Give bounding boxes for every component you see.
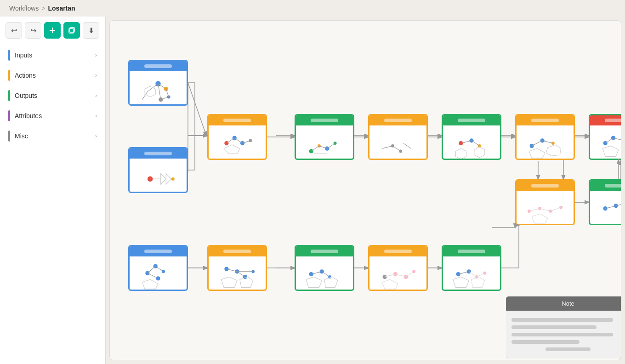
input-node-2[interactable] bbox=[128, 147, 188, 193]
copy-button[interactable] bbox=[63, 22, 80, 39]
green-node-4-body bbox=[296, 256, 353, 291]
inputs-dot bbox=[8, 50, 10, 61]
green-node-2-body bbox=[443, 125, 500, 160]
note-line-2 bbox=[511, 325, 597, 329]
yellow-node-2-body bbox=[369, 125, 426, 160]
actions-label: Actions bbox=[15, 72, 36, 79]
svg-line-57 bbox=[403, 143, 411, 149]
green-mid-body bbox=[590, 191, 621, 225]
toolbar: ↩ ↪ ⬇ bbox=[6, 22, 100, 39]
sidebar-item-misc[interactable]: Misc › bbox=[6, 127, 100, 145]
attributes-label: Attributes bbox=[15, 112, 42, 119]
svg-line-4 bbox=[188, 83, 206, 136]
svg-marker-133 bbox=[306, 277, 322, 287]
svg-marker-150 bbox=[453, 277, 469, 287]
sidebar-item-inputs[interactable]: Inputs › bbox=[6, 46, 100, 64]
yellow-node-5[interactable] bbox=[368, 245, 428, 291]
green-node-2[interactable] bbox=[442, 114, 501, 160]
green-mid-node[interactable] bbox=[589, 179, 621, 225]
outputs-label: Outputs bbox=[15, 92, 37, 99]
svg-marker-100 bbox=[532, 214, 548, 223]
svg-point-113 bbox=[156, 276, 160, 280]
svg-marker-37 bbox=[166, 174, 171, 184]
green-node-3-red-body bbox=[590, 125, 621, 160]
green-node-4[interactable] bbox=[295, 245, 354, 291]
yellow-mid-node[interactable] bbox=[515, 179, 575, 225]
svg-point-74 bbox=[603, 141, 608, 145]
actions-chevron: › bbox=[95, 72, 97, 79]
svg-point-67 bbox=[530, 144, 534, 148]
svg-marker-126 bbox=[221, 277, 237, 287]
yellow-node-1[interactable] bbox=[207, 114, 267, 160]
yellow-node-3[interactable] bbox=[515, 114, 575, 160]
note-title: Note bbox=[506, 296, 621, 311]
yellow-mid-pill bbox=[531, 184, 559, 188]
sidebar-item-outputs[interactable]: Outputs › bbox=[6, 86, 100, 105]
svg-line-115 bbox=[155, 266, 163, 272]
input-node-1[interactable] bbox=[128, 60, 188, 106]
svg-point-39 bbox=[224, 141, 228, 145]
svg-point-135 bbox=[383, 275, 387, 279]
yellow-node-3-header bbox=[517, 115, 574, 125]
svg-line-141 bbox=[406, 272, 414, 277]
green-node-1-header bbox=[296, 115, 353, 125]
canvas-area[interactable]: Note bbox=[109, 20, 621, 360]
yellow-node-4[interactable] bbox=[207, 245, 267, 291]
svg-marker-33 bbox=[145, 86, 155, 97]
svg-point-119 bbox=[224, 267, 228, 271]
misc-chevron: › bbox=[95, 133, 97, 139]
svg-point-128 bbox=[309, 272, 313, 276]
yellow-node-1-header bbox=[209, 115, 266, 125]
svg-marker-134 bbox=[324, 277, 338, 287]
green-node-5[interactable] bbox=[442, 245, 501, 291]
yellow-node-1-pill bbox=[223, 119, 251, 122]
svg-line-97 bbox=[529, 209, 540, 211]
svg-point-114 bbox=[162, 270, 165, 273]
redo-button[interactable]: ↪ bbox=[25, 22, 41, 39]
breadcrumb-parent[interactable]: Workflows bbox=[9, 5, 39, 12]
sidebar-item-actions[interactable]: Actions › bbox=[6, 66, 100, 85]
yellow-node-5-pill bbox=[384, 250, 412, 253]
svg-marker-72 bbox=[529, 148, 545, 158]
green-node-3-red-pill bbox=[605, 119, 621, 122]
green-node-1[interactable] bbox=[295, 114, 354, 160]
svg-marker-46 bbox=[224, 145, 240, 154]
green-node-3-red[interactable] bbox=[589, 114, 621, 160]
svg-line-148 bbox=[469, 272, 477, 277]
svg-marker-81 bbox=[602, 146, 619, 156]
svg-rect-1 bbox=[50, 30, 55, 31]
green-node-3-red-header bbox=[590, 115, 621, 125]
breadcrumb-current: Losartan bbox=[48, 5, 75, 12]
actions-dot bbox=[8, 70, 10, 81]
note-card[interactable]: Note bbox=[506, 296, 621, 358]
yellow-node-2[interactable] bbox=[368, 114, 428, 160]
yellow-node-3-body bbox=[517, 125, 574, 160]
sidebar-item-attributes[interactable]: Attributes › bbox=[6, 107, 100, 125]
svg-point-38 bbox=[171, 177, 175, 181]
input-node-1-body bbox=[130, 71, 187, 106]
input-node-3-header bbox=[130, 246, 187, 256]
add-node-button[interactable] bbox=[44, 22, 61, 39]
input-node-3[interactable] bbox=[128, 245, 188, 291]
svg-line-124 bbox=[237, 272, 245, 277]
undo-button[interactable]: ↩ bbox=[6, 22, 22, 39]
green-node-1-body bbox=[296, 125, 353, 160]
svg-line-98 bbox=[540, 209, 550, 211]
green-mid-pill bbox=[605, 184, 621, 188]
attributes-chevron: › bbox=[95, 113, 97, 119]
input-node-3-body bbox=[130, 256, 187, 291]
svg-line-64 bbox=[472, 141, 479, 146]
svg-line-78 bbox=[605, 138, 613, 143]
svg-line-55 bbox=[382, 146, 392, 148]
breadcrumb: Workflows > Losartan bbox=[0, 0, 625, 17]
svg-marker-73 bbox=[546, 145, 561, 156]
green-mid-header bbox=[590, 181, 621, 191]
svg-marker-66 bbox=[474, 147, 485, 158]
note-line-5 bbox=[545, 347, 591, 351]
outputs-chevron: › bbox=[95, 92, 97, 99]
yellow-mid-header bbox=[517, 181, 574, 191]
yellow-node-5-body bbox=[369, 256, 426, 291]
note-body bbox=[506, 311, 621, 358]
download-button[interactable]: ⬇ bbox=[83, 22, 99, 39]
green-node-5-body bbox=[443, 256, 500, 291]
